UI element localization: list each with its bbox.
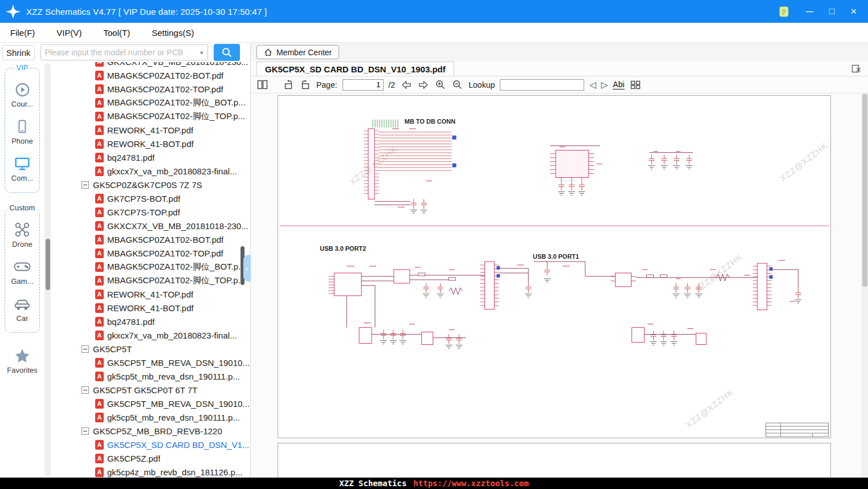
thumbnail-grid-icon[interactable] bbox=[630, 79, 642, 91]
tree-file[interactable]: AMBAGK5CP0ZA1T02-TOP.pdf bbox=[51, 246, 250, 260]
tree-file[interactable]: Agkxcx7x_va_mb_20180823-final... bbox=[51, 164, 250, 178]
sidebar-item-favorites[interactable]: Favorites bbox=[7, 348, 37, 374]
sidebar-item-label: Car bbox=[17, 314, 28, 323]
label-usb3-port2: USB 3.0 PORT2 bbox=[320, 245, 366, 252]
search-button[interactable] bbox=[214, 44, 240, 61]
tree-item-label: gkxcx7x_va_mb_20180823-final... bbox=[107, 331, 237, 340]
two-page-view-icon[interactable] bbox=[256, 79, 268, 91]
minimize-button[interactable]: ─ bbox=[806, 6, 813, 17]
collapse-icon[interactable] bbox=[81, 181, 89, 189]
tree-node[interactable]: GK5CP0Z&GK7CP0S 7Z 7S bbox=[51, 178, 250, 191]
tree-file[interactable]: AGK7CP7S-TOP.pdf bbox=[51, 205, 250, 219]
tree-file[interactable]: AGK5CP5T_MB_REVA_DSN_19010... bbox=[51, 397, 250, 410]
tree-file[interactable]: AMBAGK5CP0ZA1T02-脚位_BOT.p... bbox=[51, 96, 250, 109]
pdf-file-icon: A bbox=[95, 303, 104, 313]
scrollbar-thumb[interactable] bbox=[46, 239, 50, 290]
tree-file[interactable]: AGK5CP5T_MB_REVA_DSN_19010... bbox=[51, 356, 250, 369]
tree-file[interactable]: AMBAGK5CP0ZA1T02-TOP.pdf bbox=[51, 82, 250, 96]
tree-file[interactable]: AMBAGK5CP0ZA1T02-脚位_BOT.p... bbox=[51, 260, 250, 274]
next-view-icon[interactable] bbox=[417, 79, 429, 91]
label-mb-to-db-conn: MB TO DB CONN bbox=[405, 118, 455, 125]
tree-file[interactable]: AREWORK_41-BOT.pdf bbox=[51, 137, 250, 150]
close-button[interactable]: × bbox=[850, 6, 857, 17]
menu-item-vip[interactable]: VIP(V) bbox=[56, 28, 81, 38]
tree-item-label: gk5cp5t_mb_reva_dsn_190111.p... bbox=[107, 372, 240, 381]
match-word-icon[interactable]: Abi bbox=[613, 80, 624, 89]
lookup-input[interactable] bbox=[500, 79, 584, 91]
sidebar-item-phone[interactable]: Phone bbox=[5, 119, 40, 145]
tree-node[interactable]: GK5CP5T bbox=[51, 342, 250, 356]
tree-file[interactable]: AGKXCX7X_VB_MB_20181018-230... bbox=[51, 62, 250, 68]
tree-file[interactable]: AMBAGK5CP0ZA1T02-脚位_TOP.p... bbox=[51, 109, 250, 123]
titlebar: XZZ Schematics V4.77 [ VIP Due date: 202… bbox=[0, 0, 868, 23]
sidebar-item-drone[interactable]: Drone bbox=[5, 222, 40, 248]
collapse-icon[interactable] bbox=[81, 345, 89, 353]
rotate-right-icon[interactable] bbox=[299, 79, 311, 91]
tree-file[interactable]: AMBAGK5CP0ZA1T02-BOT.pdf bbox=[51, 233, 250, 246]
tree-file[interactable]: Agk5cp5t_mb_reva_dsn_190111.p... bbox=[51, 369, 250, 383]
tree-file[interactable]: Agk5cp5t_mb_reva_dsn_190111.p... bbox=[51, 410, 250, 424]
tree-scrollbar-left[interactable] bbox=[44, 63, 51, 476]
page-number-input[interactable] bbox=[343, 79, 384, 91]
pdf-file-icon: A bbox=[95, 372, 104, 381]
viewer-scrollbar[interactable] bbox=[861, 93, 868, 478]
tree-file[interactable]: AGK5CP5Z.pdf bbox=[51, 451, 250, 465]
tree-file[interactable]: Agkxcx7x_va_mb_20180823-final... bbox=[51, 328, 250, 342]
tree-file[interactable]: AGK5CP5X_SD CARD BD_DSN_V1... bbox=[51, 438, 250, 451]
sidebar-item-car[interactable]: Car bbox=[5, 296, 40, 323]
label-usb3-port1: USB 3.0 PORT1 bbox=[533, 253, 579, 260]
tree-node[interactable]: GK5CP5Z_MB_BRD_REVB-1220 bbox=[51, 424, 250, 438]
document-tab[interactable]: GK5CP5X_SD CARD BD_DSN_V10_1903.pdf bbox=[256, 62, 454, 76]
panel-collapse-handle[interactable]: ‹ bbox=[243, 255, 251, 282]
pdf-file-icon: A bbox=[95, 207, 104, 217]
sidebar-item-gam[interactable]: Gam... bbox=[5, 259, 40, 286]
tree-file[interactable]: AREWORK_41-TOP.pdf bbox=[51, 287, 250, 301]
document-tab-bar: GK5CP5X_SD CARD BD_DSN_V10_1903.pdf bbox=[251, 62, 868, 76]
pdf-file-icon: A bbox=[95, 125, 104, 135]
sidebar-item-com[interactable]: Com... bbox=[5, 156, 40, 182]
tree-item-label: REWORK_41-TOP.pdf bbox=[107, 125, 193, 135]
lookup-label: Lookup bbox=[468, 80, 495, 89]
collapse-icon[interactable] bbox=[81, 386, 89, 394]
left-panel: Shrink ▾ VIPCour...PhoneCom...CustomDron… bbox=[0, 43, 251, 478]
chevron-down-icon[interactable]: ▾ bbox=[200, 49, 207, 56]
previous-view-icon[interactable] bbox=[400, 79, 412, 91]
menu-item-settings[interactable]: Settings(S) bbox=[152, 28, 194, 38]
tree-item-label: GK7CP7S-TOP.pdf bbox=[107, 207, 180, 217]
tree-file[interactable]: Abq24781.pdf bbox=[51, 315, 250, 328]
tree-file[interactable]: AMBAGK5CP0ZA1T02-BOT.pdf bbox=[51, 68, 250, 82]
member-center-button[interactable]: Member Center bbox=[256, 45, 339, 59]
model-search-input[interactable] bbox=[41, 48, 200, 57]
tree-file[interactable]: AGKXCX7X_VB_MB_20181018-230... bbox=[51, 219, 250, 233]
zoom-in-icon[interactable] bbox=[434, 79, 446, 91]
scrollbar-thumb[interactable] bbox=[862, 94, 867, 287]
sidebar-item-cour[interactable]: Cour... bbox=[5, 82, 40, 108]
collapse-icon[interactable] bbox=[81, 427, 89, 435]
license-card-icon[interactable] bbox=[778, 6, 790, 18]
tree-file[interactable]: AMBAGK5CP0ZA1T02-脚位_TOP.p... bbox=[51, 274, 250, 287]
status-link[interactable]: https://www.xzztools.com bbox=[413, 479, 528, 488]
model-search-combobox[interactable]: ▾ bbox=[40, 44, 208, 60]
app-logo-icon bbox=[0, 4, 26, 19]
tree-file[interactable]: AGK7CP7S-BOT.pdf bbox=[51, 191, 250, 205]
tree-file[interactable]: Abq24781.pdf bbox=[51, 150, 250, 164]
tree-node[interactable]: GK5CP5T GK5CP0T 6T 7T bbox=[51, 383, 250, 397]
tree-file[interactable]: AREWORK_41-TOP.pdf bbox=[51, 123, 250, 137]
pdf-file-icon: A bbox=[95, 262, 104, 272]
svg-text:XZZ@XZZHK: XZZ@XZZHK bbox=[778, 140, 829, 184]
rotate-left-icon[interactable] bbox=[282, 79, 294, 91]
member-center-label: Member Center bbox=[276, 48, 332, 57]
close-document-icon[interactable] bbox=[851, 64, 861, 73]
gamepad-icon bbox=[14, 259, 31, 275]
find-next-icon[interactable]: ▷ bbox=[601, 80, 608, 90]
zoom-out-icon[interactable] bbox=[451, 79, 463, 91]
shrink-button[interactable]: Shrink bbox=[2, 45, 35, 60]
menu-item-file[interactable]: File(F) bbox=[10, 28, 35, 38]
tree-file[interactable]: Agk5cp4z_mb_revb_dsn_181126.p... bbox=[51, 465, 250, 478]
tree-file[interactable]: AREWORK_41-BOT.pdf bbox=[51, 301, 250, 315]
maximize-button[interactable]: □ bbox=[829, 7, 835, 16]
pdf-file-icon: A bbox=[95, 317, 104, 327]
find-previous-icon[interactable]: ◁ bbox=[589, 80, 596, 90]
menu-item-tool[interactable]: Tool(T) bbox=[104, 28, 131, 38]
pdf-viewer[interactable]: XZZ@XZZHK XZZ@XZZHK XZZ@XZZHK XZZ@XZZHK … bbox=[251, 93, 868, 478]
